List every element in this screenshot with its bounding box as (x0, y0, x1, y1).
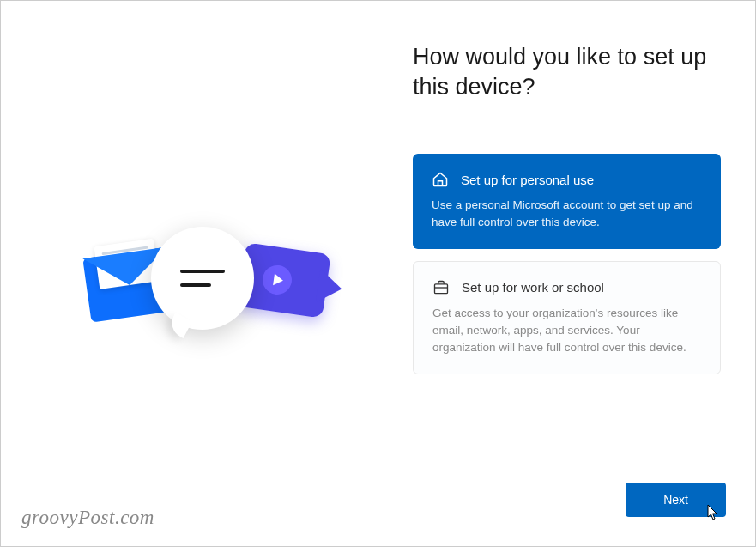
chat-bubble-icon (151, 227, 254, 330)
option-work-school[interactable]: Set up for work or school Get access to … (413, 261, 721, 375)
briefcase-icon (432, 279, 450, 296)
svg-rect-0 (435, 284, 448, 294)
next-button[interactable]: Next (626, 483, 726, 517)
setup-illustration (70, 214, 327, 368)
option-work-title: Set up for work or school (462, 280, 604, 295)
option-personal-title: Set up for personal use (461, 173, 594, 187)
option-work-description: Get access to your organization's resour… (432, 305, 701, 357)
watermark-text: groovyPost.com (21, 507, 154, 529)
option-personal-use[interactable]: Set up for personal use Use a personal M… (413, 154, 721, 249)
illustration-panel (1, 1, 396, 546)
content-panel: How would you like to set up this device… (396, 1, 755, 546)
option-personal-description: Use a personal Microsoft account to get … (432, 197, 702, 232)
home-icon (432, 171, 449, 188)
page-title: How would you like to set up this device… (413, 42, 721, 102)
